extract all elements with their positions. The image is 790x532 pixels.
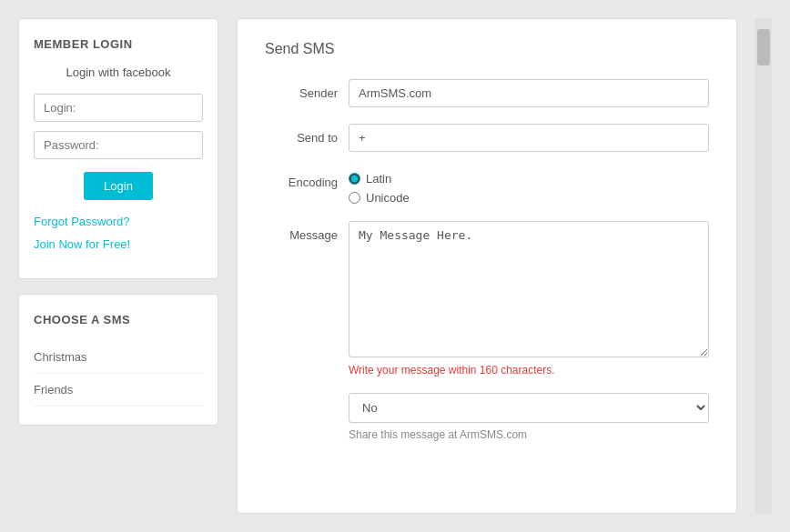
choose-sms-title: CHOOSE A SMS bbox=[34, 313, 203, 326]
send-to-field bbox=[349, 124, 709, 152]
char-warning: Write your message within 160 characters… bbox=[349, 364, 709, 376]
scrollbar-thumb[interactable] bbox=[757, 29, 770, 65]
main-panel: Send SMS Sender Send to Encoding Latin bbox=[237, 18, 737, 514]
share-row: No Yes Share this message at ArmSMS.com bbox=[265, 393, 709, 441]
encoding-unicode-radio[interactable] bbox=[349, 192, 360, 204]
sender-label: Sender bbox=[265, 79, 338, 100]
member-login-title: MEMBER LOGIN bbox=[34, 37, 203, 51]
list-item[interactable]: Christmas bbox=[34, 341, 203, 374]
encoding-latin-radio[interactable] bbox=[349, 173, 360, 185]
join-now-link[interactable]: Join Now for Free! bbox=[34, 237, 203, 251]
share-select[interactable]: No Yes bbox=[349, 393, 709, 423]
share-field: No Yes Share this message at ArmSMS.com bbox=[349, 393, 709, 441]
facebook-login-link[interactable]: Login with facebook bbox=[34, 65, 203, 79]
sender-row: Sender bbox=[265, 79, 709, 107]
sidebar: MEMBER LOGIN Login with facebook Login F… bbox=[18, 18, 218, 514]
send-to-input[interactable] bbox=[349, 124, 709, 152]
choose-sms-card: CHOOSE A SMS Christmas Friends bbox=[18, 294, 218, 426]
message-field: My Message Here. Write your message with… bbox=[349, 221, 709, 376]
share-text: Share this message at ArmSMS.com bbox=[349, 428, 709, 441]
member-login-card: MEMBER LOGIN Login with facebook Login F… bbox=[18, 18, 218, 279]
message-label: Message bbox=[265, 221, 338, 242]
encoding-latin-label[interactable]: Latin bbox=[349, 172, 709, 186]
scrollbar-panel bbox=[755, 18, 772, 514]
encoding-latin-text: Latin bbox=[366, 172, 391, 186]
encoding-unicode-text: Unicode bbox=[366, 191, 410, 205]
encoding-options: Latin Unicode bbox=[349, 168, 709, 205]
encoding-label: Encoding bbox=[265, 168, 338, 189]
password-input[interactable] bbox=[34, 131, 203, 159]
encoding-unicode-label[interactable]: Unicode bbox=[349, 191, 709, 205]
encoding-row: Encoding Latin Unicode bbox=[265, 168, 709, 205]
sender-input[interactable] bbox=[349, 79, 709, 107]
send-to-label: Send to bbox=[265, 124, 338, 145]
sender-field bbox=[349, 79, 709, 107]
message-row: Message My Message Here. Write your mess… bbox=[265, 221, 709, 376]
sms-list: Christmas Friends bbox=[34, 341, 203, 407]
login-button[interactable]: Login bbox=[84, 172, 153, 200]
message-textarea[interactable]: My Message Here. bbox=[349, 221, 709, 357]
forgot-password-link[interactable]: Forgot Password? bbox=[34, 215, 203, 228]
share-label bbox=[265, 393, 338, 400]
section-title: Send SMS bbox=[265, 41, 709, 57]
list-item[interactable]: Friends bbox=[34, 374, 203, 407]
send-to-row: Send to bbox=[265, 124, 709, 152]
login-input[interactable] bbox=[34, 94, 203, 122]
